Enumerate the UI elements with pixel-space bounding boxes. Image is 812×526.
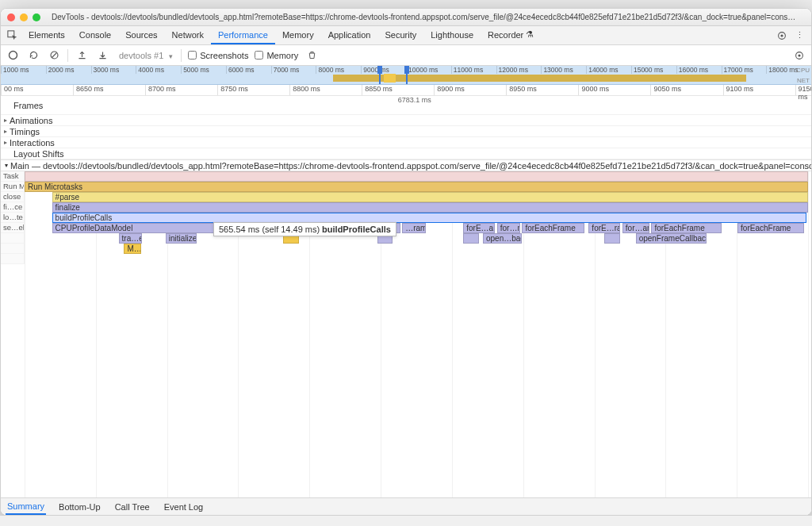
flame-row-label — [1, 233, 25, 244]
flame-segment[interactable]: forE…rame — [588, 223, 620, 233]
flame-row-label: close — [1, 192, 25, 202]
flame-segment[interactable]: finalize — [52, 202, 808, 213]
btab-event-log[interactable]: Event Log — [163, 500, 205, 514]
flame-segment[interactable]: initialize — [166, 233, 197, 244]
clear-button[interactable] — [47, 48, 61, 63]
overview-tick: 12000 ms — [496, 66, 542, 74]
frames-label: Frames — [13, 101, 43, 110]
settings-icon[interactable] — [773, 27, 791, 44]
flame-segment[interactable]: forEachFrame — [651, 223, 722, 233]
flame-segment[interactable] — [25, 171, 808, 182]
tab-memory[interactable]: Memory — [275, 26, 321, 44]
screenshots-checkbox[interactable]: Screenshots — [188, 51, 248, 60]
svg-line-5 — [52, 52, 57, 58]
tab-application[interactable]: Application — [321, 26, 378, 44]
flame-lane — [25, 171, 808, 182]
window-titlebar: DevTools - devtools://devtools/bundled/d… — [1, 9, 811, 26]
save-profile-button[interactable] — [95, 48, 109, 63]
flame-segment[interactable]: open…back — [483, 233, 522, 244]
overview-selection[interactable] — [379, 66, 408, 84]
tab-network[interactable]: Network — [165, 26, 211, 44]
overview-handle-right[interactable] — [404, 66, 409, 74]
tab-console[interactable]: Console — [72, 26, 118, 44]
ruler-tick: 8900 ms — [434, 85, 465, 95]
flame-segment[interactable] — [604, 233, 620, 244]
overview-tick: 10000 ms — [406, 66, 451, 74]
layout-shifts-track[interactable]: Layout Shifts — [1, 148, 811, 159]
devtools-window: DevTools - devtools://devtools/bundled/d… — [0, 8, 812, 516]
overview-tick: 1000 ms — [1, 66, 46, 74]
btab-summary[interactable]: Summary — [6, 499, 46, 515]
profile-select-value: devtools #1 — [116, 49, 174, 62]
overview-tick: 16000 ms — [676, 66, 722, 74]
flame-segment[interactable]: forE…ame — [463, 223, 495, 233]
window-title: DevTools - devtools://devtools/bundled/d… — [45, 13, 805, 21]
reload-record-button[interactable] — [26, 48, 40, 63]
expand-icon: ▸ — [4, 128, 7, 135]
tab-elements[interactable]: Elements — [21, 26, 72, 44]
main-track-header[interactable]: ▾Main — devtools://devtools/bundled/devt… — [1, 160, 811, 171]
overview-tick: 11000 ms — [451, 66, 496, 74]
overview-tick: 13000 ms — [541, 66, 586, 74]
flame-segment[interactable]: Run Microtasks — [25, 182, 808, 192]
track-headers: Frames ▸Animations ▸Timings ▸Interaction… — [1, 96, 811, 160]
flame-segment[interactable]: buildProfileCalls — [52, 213, 806, 223]
btab-bottom-up[interactable]: Bottom-Up — [57, 500, 102, 514]
memory-checkbox[interactable]: Memory — [255, 51, 298, 60]
svg-point-2 — [780, 34, 783, 36]
flame-segment[interactable]: #parse — [52, 192, 808, 202]
interactions-track[interactable]: ▸Interactions — [1, 137, 811, 148]
tab-lighthouse[interactable]: Lighthouse — [423, 26, 481, 44]
flame-lane: CPUProfileDataModelbuildProfileCalls…ram… — [25, 223, 808, 233]
flame-segment[interactable]: M…C — [124, 244, 141, 254]
tab-security[interactable]: Security — [377, 26, 423, 44]
flame-row-label: fi…ce — [1, 202, 25, 213]
close-window-button[interactable] — [7, 13, 15, 21]
flame-segment[interactable]: openFrameCallback — [636, 233, 707, 244]
profile-select[interactable]: devtools #1 — [116, 51, 174, 60]
minimize-window-button[interactable] — [20, 13, 28, 21]
overview-tick: 6000 ms — [226, 66, 271, 74]
ruler-tick: 9000 ms — [578, 85, 609, 95]
more-icon[interactable]: ⋮ — [791, 27, 808, 44]
panel-tabs: Elements Console Sources Network Perform… — [1, 26, 811, 45]
details-tabs: Summary Bottom-Up Call Tree Event Log — [1, 497, 811, 515]
flame-row-label: se…el — [1, 223, 25, 233]
timings-track[interactable]: ▸Timings — [1, 126, 811, 137]
overview-net-label: NET — [797, 77, 810, 84]
ruler-tick: 9050 ms — [650, 85, 681, 95]
load-profile-button[interactable] — [75, 48, 89, 63]
ruler-tick: 8700 ms — [145, 85, 176, 95]
flame-segment[interactable] — [463, 233, 479, 244]
tab-sources[interactable]: Sources — [118, 26, 164, 44]
ruler-tick: 8650 ms — [73, 85, 104, 95]
svg-point-3 — [9, 52, 17, 60]
flame-segment[interactable]: for…ame — [622, 223, 650, 233]
flame-segment[interactable]: for…me — [497, 223, 521, 233]
flame-segment[interactable]: forEachFrame — [522, 223, 584, 233]
ruler-tick: 8950 ms — [506, 85, 537, 95]
interactions-label: Interactions — [10, 138, 55, 148]
collect-garbage-button[interactable] — [304, 48, 319, 63]
btab-call-tree[interactable]: Call Tree — [113, 500, 151, 514]
time-ruler[interactable]: 6783.1 ms 00 ms8650 ms8700 ms8750 ms8800… — [1, 85, 811, 96]
tab-performance[interactable]: Performance — [211, 26, 275, 44]
timeline-overview[interactable]: 1000 ms2000 ms3000 ms4000 ms5000 ms6000 … — [1, 66, 811, 85]
inspect-icon[interactable] — [4, 27, 21, 44]
flame-segment[interactable]: forEachFrame — [737, 223, 804, 233]
animations-track[interactable]: ▸Animations — [1, 115, 811, 126]
ruler-marker: 6783.1 ms — [398, 96, 431, 104]
maximize-window-button[interactable] — [33, 13, 40, 21]
flame-segment[interactable]: …rame — [402, 223, 426, 233]
flame-segment[interactable]: tra…ee — [119, 233, 143, 244]
tab-recorder[interactable]: Recorder ⚗ — [481, 26, 541, 44]
tab-recorder-label: Recorder — [488, 30, 523, 40]
collapse-icon: ▾ — [5, 162, 8, 169]
overview-handle-left[interactable] — [377, 66, 382, 74]
overview-tick: 15000 ms — [631, 66, 676, 74]
overview-tick: 3000 ms — [91, 66, 136, 74]
flame-chart[interactable]: TaskRun Mclosefi…celo…tese…el 565.54 ms … — [1, 171, 811, 497]
record-button[interactable] — [6, 48, 20, 63]
ruler-tick: 00 ms — [1, 85, 24, 95]
capture-settings-icon[interactable] — [792, 48, 806, 63]
